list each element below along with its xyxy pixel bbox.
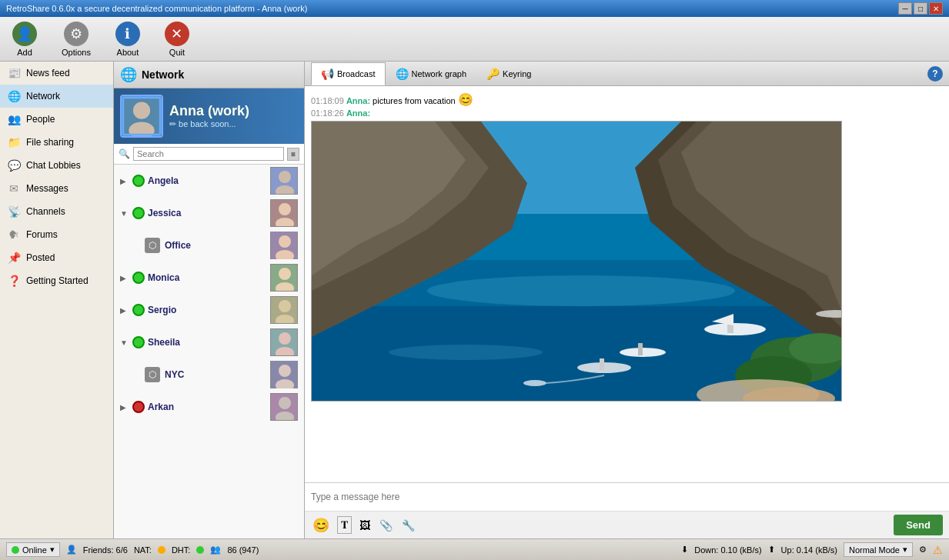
expand-monica[interactable]: ▶	[120, 274, 129, 282]
add-button[interactable]: 👤 Add	[6, 18, 43, 60]
msg-time-1: 01:18:09	[311, 96, 346, 105]
options-label: Options	[62, 48, 91, 57]
contact-thumb-monica	[270, 264, 298, 292]
about-label: About	[117, 48, 139, 57]
tab-broadcast[interactable]: 📢 Broadcast	[311, 62, 386, 85]
sidebar-posted-label: Posted	[26, 252, 55, 263]
emoji-button[interactable]: 😊	[311, 515, 331, 535]
sidebar-forums-label: Forums	[26, 229, 58, 240]
chat-message-2: 01:18:26 Anna:	[311, 108, 943, 118]
mode-dropdown[interactable]: Normal Mode ▾	[844, 542, 913, 557]
main-layout: 📰 News feed 🌐 Network 👥 People 📁 File sh…	[0, 62, 949, 538]
titlebar-controls: ─ □ ✕	[898, 2, 943, 15]
network-panel-title: Network	[142, 68, 184, 81]
search-input[interactable]	[133, 147, 284, 161]
msg-time-2: 01:18:26	[311, 108, 346, 118]
sidebar-filesharing-label: File sharing	[26, 137, 74, 148]
message-input[interactable]	[305, 483, 949, 511]
down-label: Down: 0.10 (kB/s)	[694, 545, 761, 555]
up-label: Up: 0.14 (kB/s)	[781, 545, 837, 555]
sub-contact-name-office: Office	[165, 240, 266, 251]
contact-item-monica[interactable]: ▶ Monica	[114, 262, 304, 294]
tab-keyring[interactable]: 🔑 Keyring	[476, 62, 541, 85]
profile-name: Anna (work)	[169, 103, 249, 119]
group-icon-nyc: ⬡	[145, 367, 160, 382]
keyring-icon: 🔑	[486, 68, 500, 80]
online-status-dropdown[interactable]: Online ▾	[6, 542, 60, 557]
sub-contact-name-nyc: NYC	[165, 369, 266, 380]
profile-info: Anna (work) ✏ be back soon...	[169, 103, 249, 129]
svg-point-1	[133, 102, 150, 118]
about-button[interactable]: ℹ About	[109, 18, 146, 60]
chat-area: 📢 Broadcast 🌐 Network graph 🔑 Keyring ? …	[305, 62, 949, 538]
tab-network-graph-label: Network graph	[412, 69, 467, 78]
sidebar-chatlobbies-label: Chat Lobbies	[26, 160, 81, 171]
svg-point-5	[279, 171, 291, 183]
contact-item-angela[interactable]: ▶ Angela	[114, 165, 304, 197]
sidebar-item-messages[interactable]: ✉ Messages	[0, 177, 113, 200]
tab-broadcast-label: Broadcast	[337, 69, 376, 78]
tab-network-graph[interactable]: 🌐 Network graph	[386, 62, 477, 85]
sidebar-item-forums[interactable]: 🗣 Forums	[0, 223, 113, 246]
sidebar-item-newsfeed[interactable]: 📰 News feed	[0, 62, 113, 85]
sidebar-item-posted[interactable]: 📌 Posted	[0, 246, 113, 269]
image-button[interactable]: 🖼	[358, 518, 372, 533]
peers-icon: 👥	[210, 545, 221, 555]
maximize-button[interactable]: □	[914, 2, 927, 15]
send-button[interactable]: Send	[894, 515, 943, 535]
sub-contact-nyc[interactable]: ⬡ NYC	[114, 358, 304, 391]
sidebar-item-chatlobbies[interactable]: 💬 Chat Lobbies	[0, 154, 113, 177]
minimize-button[interactable]: ─	[898, 2, 912, 15]
contact-thumb-sheeila	[270, 328, 298, 356]
expand-sergio[interactable]: ▶	[120, 306, 129, 315]
sidebar-item-channels[interactable]: 📡 Channels	[0, 200, 113, 223]
mode-chevron: ▾	[903, 545, 907, 555]
svg-point-51	[523, 380, 546, 386]
friends-label: Friends: 6/6	[83, 545, 128, 555]
close-button[interactable]: ✕	[929, 2, 943, 15]
help-button[interactable]: ?	[927, 66, 943, 82]
down-icon: ⬇	[681, 545, 688, 555]
expand-angela[interactable]: ▶	[120, 177, 129, 185]
profile-status: ✏ be back soon...	[169, 119, 249, 129]
quit-button[interactable]: ✕ Quit	[159, 18, 195, 60]
expand-jessica[interactable]: ▼	[120, 209, 129, 218]
status-indicator-sheeila	[132, 336, 145, 348]
settings-button[interactable]: 🔧	[400, 518, 416, 533]
svg-point-8	[279, 203, 291, 215]
contact-name-arkan: Arkan	[148, 402, 270, 412]
contact-item-sergio[interactable]: ▶ Sergio	[114, 294, 304, 326]
dht-label: DHT:	[172, 545, 190, 555]
up-icon: ⬆	[768, 545, 775, 555]
broadcast-icon: 📢	[321, 68, 334, 80]
attach-button[interactable]: 📎	[378, 518, 394, 533]
chatlobbies-icon: 💬	[6, 158, 22, 173]
contact-item-jessica[interactable]: ▼ Jessica	[114, 197, 304, 229]
online-label: Online	[22, 545, 47, 555]
contact-item-sheeila[interactable]: ▼ Sheeila	[114, 326, 304, 358]
sidebar-newsfeed-label: News feed	[26, 68, 70, 78]
text-format-button[interactable]: 𝐓	[337, 516, 352, 534]
status-indicator-monica	[132, 272, 145, 284]
sub-contact-office[interactable]: ⬡ Office	[114, 229, 304, 262]
search-bar: 🔍 ≡	[114, 144, 304, 165]
expand-arkan[interactable]: ▶	[120, 403, 129, 412]
svg-point-42	[389, 345, 543, 360]
sidebar-item-network[interactable]: 🌐 Network	[0, 85, 113, 108]
chat-input-area: 😊 𝐓 🖼 📎 🔧 Send	[305, 482, 949, 538]
profile-card[interactable]: Anna (work) ✏ be back soon...	[114, 88, 304, 144]
sidebar-getting-label: Getting Started	[26, 275, 89, 286]
posted-icon: 📌	[6, 250, 22, 265]
toolbar: 👤 Add ⚙ Options ℹ About ✕ Quit	[0, 17, 949, 62]
svg-point-43	[704, 323, 766, 335]
avatar	[120, 95, 163, 138]
options-button[interactable]: ⚙ Options	[55, 18, 97, 60]
sidebar-item-filesharing[interactable]: 📁 File sharing	[0, 131, 113, 154]
svg-rect-50	[600, 358, 604, 370]
contact-item-arkan[interactable]: ▶ Arkan	[114, 391, 304, 423]
sidebar-item-people[interactable]: 👥 People	[0, 108, 113, 131]
search-filter-button[interactable]: ≡	[287, 148, 299, 161]
expand-sheeila[interactable]: ▼	[120, 338, 129, 347]
user-icon: 👤	[66, 545, 77, 555]
sidebar-item-getting-started[interactable]: ❓ Getting Started	[0, 269, 113, 292]
